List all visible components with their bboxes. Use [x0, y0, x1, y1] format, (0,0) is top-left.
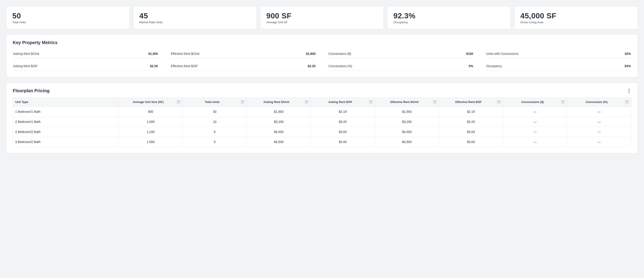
floorplan-table: Unit Type Average Unit Size (SF)? Total … — [13, 97, 631, 147]
metric-asking-rent-unit: Asking Rent $/Unit $1,900 — [13, 49, 158, 58]
panel-title: Floorplan Pricing — [13, 88, 50, 93]
col-label: Effective Rent $/SF — [455, 100, 482, 104]
cell: 1,000 — [118, 117, 183, 127]
kebab-dot-icon — [628, 89, 630, 90]
metric-label: Asking Rent $/SF — [13, 64, 38, 68]
col-label: Asking Rent $/Unit — [264, 100, 289, 104]
cell: — — [567, 107, 631, 117]
stat-value: 50 — [12, 12, 124, 20]
stat-label: Total Units — [12, 21, 124, 24]
kebab-dot-icon — [628, 92, 630, 93]
cell: — — [567, 127, 631, 137]
help-icon[interactable]: ? — [433, 100, 436, 104]
metric-label: Concessions ($) — [328, 52, 351, 56]
stat-value: 900 SF — [266, 12, 378, 20]
metric-value: $1,800 — [306, 52, 316, 56]
help-icon[interactable]: ? — [177, 100, 180, 104]
metric-effective-rent-unit: Effective Rent $/Unit $1,800 — [170, 49, 316, 58]
col-label: Unit Type — [15, 100, 28, 104]
stat-card-gross-living-area: 45,000 SF Gross Living Area — [514, 6, 638, 29]
col-label: Average Unit Size (SF) — [133, 100, 164, 104]
col-effective-rent-sf[interactable]: Effective Rent $/SF? — [439, 98, 503, 107]
stats-row: 50 Total Units 45 Market Rate Units 900 … — [6, 6, 638, 29]
cell: $3.63 — [439, 127, 503, 137]
col-asking-rent-unit[interactable]: Asking Rent $/Unit? — [247, 98, 311, 107]
cell: $3.00 — [439, 137, 503, 147]
cell: — — [503, 107, 567, 117]
stat-label: Market Rate Units — [139, 21, 251, 24]
table-header-row: Unit Type Average Unit Size (SF)? Total … — [13, 98, 631, 107]
key-property-metrics-panel: Key Property Metrics Asking Rent $/Unit … — [6, 35, 638, 77]
cell: 5 — [183, 127, 247, 137]
help-icon[interactable]: ? — [561, 100, 564, 104]
cell: — — [503, 127, 567, 137]
metric-label: Effective Rent $/SF — [171, 64, 198, 68]
stat-card-market-rate-units: 45 Market Rate Units — [133, 6, 257, 29]
cell: $3,200 — [247, 117, 311, 127]
metric-value: $100 — [466, 52, 473, 56]
col-label: Concession (%) — [586, 100, 608, 104]
cell: 800 — [118, 107, 183, 117]
help-icon[interactable]: ? — [305, 100, 308, 104]
cell: $3,200 — [375, 117, 439, 127]
cell-unit-type: 2 Bedroom/1 Bath — [13, 117, 119, 127]
stat-value: 45 — [139, 12, 251, 20]
metric-label: Concessions (%) — [328, 64, 352, 68]
table-row: 2 Bedroom/2 Bath 1,100 5 $4,000 $3.63 $4… — [13, 127, 631, 137]
panel-title-row: Key Property Metrics — [13, 40, 631, 45]
col-effective-rent-unit[interactable]: Effective Rent $/Unit? — [375, 98, 439, 107]
help-icon[interactable]: ? — [241, 100, 244, 104]
cell-unit-type: 3 Bedroom/2 Bath — [13, 137, 119, 147]
col-concession-pct[interactable]: Concession (%)? — [567, 98, 631, 107]
help-icon[interactable]: ? — [369, 100, 372, 104]
cell-unit-type: 2 Bedroom/2 Bath — [13, 127, 119, 137]
col-asking-rent-sf[interactable]: Asking Rent $/SF? — [311, 98, 375, 107]
col-label: Total Units — [205, 100, 220, 104]
cell: $1,900 — [247, 107, 311, 117]
stat-value: 92.3% — [393, 12, 505, 20]
col-unit-type[interactable]: Unit Type — [13, 98, 119, 107]
cell: 10 — [183, 117, 247, 127]
cell: $1,900 — [375, 107, 439, 117]
stat-label: Average Unit SF — [266, 21, 378, 24]
metric-label: Units with Concessions — [486, 52, 518, 56]
cell: 5 — [183, 137, 247, 147]
help-icon[interactable]: ? — [625, 100, 629, 104]
metrics-grid: Asking Rent $/Unit $1,900 Effective Rent… — [13, 49, 631, 71]
help-icon[interactable]: ? — [497, 100, 501, 104]
table-row: 1 Bedroom/1 Bath 800 30 $1,900 $2.19 $1,… — [13, 107, 631, 117]
floorplan-pricing-panel: Floorplan Pricing Unit Type Average Unit… — [6, 83, 638, 154]
col-total-units[interactable]: Total Units? — [183, 98, 247, 107]
stat-value: 45,000 SF — [520, 12, 632, 20]
metric-occupancy: Occupancy 93% — [486, 62, 631, 71]
cell-unit-type: 1 Bedroom/1 Bath — [13, 107, 119, 117]
cell: — — [503, 117, 567, 127]
cell: $3.00 — [311, 137, 375, 147]
metric-value: 5% — [469, 64, 473, 68]
cell: — — [567, 117, 631, 127]
cell: $4,500 — [247, 137, 311, 147]
stat-card-total-units: 50 Total Units — [6, 6, 130, 29]
stat-label: Gross Living Area — [520, 21, 632, 24]
col-concessions-dollars[interactable]: Concessions ($)? — [503, 98, 567, 107]
col-label: Effective Rent $/Unit — [390, 100, 418, 104]
cell: — — [503, 137, 567, 147]
more-options-button[interactable] — [627, 89, 631, 93]
col-avg-unit-size[interactable]: Average Unit Size (SF)? — [118, 98, 183, 107]
metric-asking-rent-sf: Asking Rent $/SF $2.50 — [13, 62, 158, 71]
cell: $3.63 — [311, 127, 375, 137]
metric-concessions-dollars: Concessions ($) $100 — [328, 49, 474, 58]
cell: $3.20 — [439, 117, 503, 127]
kebab-dot-icon — [628, 90, 630, 91]
cell: 1,100 — [118, 127, 183, 137]
metric-concessions-pct: Concessions (%) 5% — [328, 62, 474, 71]
cell: 1,500 — [118, 137, 183, 147]
cell: $2.19 — [439, 107, 503, 117]
table-row: 2 Bedroom/1 Bath 1,000 10 $3,200 $3.20 $… — [13, 117, 631, 127]
metric-label: Asking Rent $/Unit — [13, 52, 39, 56]
metric-value: $2.25 — [308, 64, 316, 68]
col-label: Asking Rent $/SF — [328, 100, 352, 104]
metric-value: 32% — [624, 52, 631, 56]
col-label: Concessions ($) — [521, 100, 544, 104]
cell: 30 — [183, 107, 247, 117]
